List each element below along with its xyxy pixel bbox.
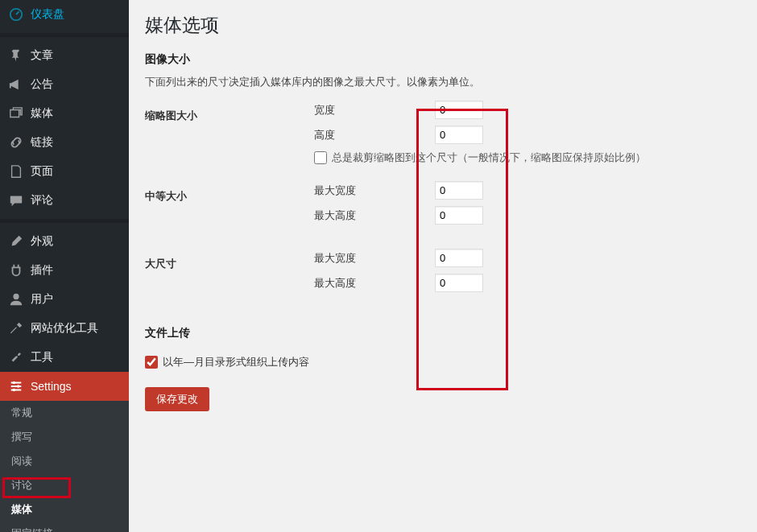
organize-by-date-label: 以年—月目录形式组织上传内容 (163, 355, 309, 369)
sidebar-item-label: 用户 (31, 292, 53, 307)
sidebar-item-label: 媒体 (31, 106, 53, 121)
brush-icon (8, 233, 24, 250)
menu-separator (0, 33, 129, 37)
sidebar-item-label: 仪表盘 (31, 7, 64, 22)
large-max-height-input[interactable] (435, 274, 483, 292)
large-max-width-input[interactable] (435, 249, 483, 267)
sidebar-item-media[interactable]: 媒体 (0, 99, 129, 128)
sidebar-item-label: 工具 (31, 350, 53, 365)
sidebar-item-users[interactable]: 用户 (0, 285, 129, 314)
settings-submenu: 常规 撰写 阅读 讨论 媒体 固定链接 (0, 401, 129, 532)
sidebar-item-posts[interactable]: 文章 (0, 41, 129, 70)
admin-sidebar: 仪表盘 文章 公告 媒体 链接 页面 评论 外观 (0, 0, 129, 532)
large-max-height-label: 最大高度 (314, 276, 435, 291)
comment-icon (8, 192, 24, 208)
menu-separator (0, 219, 129, 223)
svg-point-2 (13, 381, 16, 385)
thumbnail-crop-row[interactable]: 总是裁剪缩略图到这个尺寸（一般情况下，缩略图应保持原始比例） (314, 151, 741, 165)
submenu-item-media[interactable]: 媒体 (0, 497, 129, 522)
thumbnail-width-label: 宽度 (314, 103, 435, 118)
medium-row: 中等大小 最大宽度 最大高度 (145, 181, 741, 247)
thumbnail-row: 缩略图大小 宽度 高度 总是裁剪缩略图到这个尺寸（一般情况下，缩略图应保持原始比… (145, 101, 741, 179)
submenu-item-general[interactable]: 常规 (0, 401, 129, 425)
medium-max-width-input[interactable] (435, 181, 483, 200)
section-image-sizes-heading: 图像大小 (145, 52, 741, 67)
section-upload-heading: 文件上传 (145, 326, 741, 340)
sidebar-item-label: Settings (31, 380, 72, 393)
save-button[interactable]: 保存更改 (145, 387, 209, 411)
medium-label: 中等大小 (145, 181, 314, 204)
svg-point-3 (17, 385, 20, 388)
sidebar-item-label: 评论 (31, 193, 53, 208)
organize-by-date-checkbox[interactable] (145, 356, 158, 369)
wrench-icon (8, 349, 24, 365)
thumbnail-width-input[interactable] (435, 101, 483, 119)
thumbnail-crop-label: 总是裁剪缩略图到这个尺寸（一般情况下，缩略图应保持原始比例） (332, 151, 646, 165)
page-icon (8, 163, 24, 179)
thumbnail-height-label: 高度 (314, 128, 435, 142)
submenu-item-reading[interactable]: 阅读 (0, 449, 129, 473)
thumbnail-label: 缩略图大小 (145, 101, 314, 123)
link-icon (8, 134, 24, 151)
svg-point-1 (13, 294, 19, 299)
medium-max-width-label: 最大宽度 (314, 184, 435, 198)
submenu-item-writing[interactable]: 撰写 (0, 425, 129, 449)
organize-by-date-row[interactable]: 以年—月目录形式组织上传内容 (145, 355, 741, 369)
sidebar-item-pages[interactable]: 页面 (0, 157, 129, 186)
pin-icon (8, 47, 24, 64)
user-icon (8, 291, 24, 307)
sidebar-item-tools[interactable]: 工具 (0, 343, 129, 372)
sidebar-item-label: 链接 (31, 135, 53, 150)
medium-max-height-label: 最大高度 (314, 208, 435, 223)
sidebar-item-label: 公告 (31, 77, 53, 92)
svg-point-4 (13, 389, 16, 392)
sidebar-item-links[interactable]: 链接 (0, 128, 129, 157)
hammer-icon (8, 320, 24, 336)
sliders-icon (8, 378, 24, 394)
sidebar-item-dashboard[interactable]: 仪表盘 (0, 0, 129, 29)
media-icon (8, 105, 24, 122)
submenu-item-discussion[interactable]: 讨论 (0, 473, 129, 497)
sidebar-item-seo-tools[interactable]: 网站优化工具 (0, 314, 129, 343)
medium-max-height-input[interactable] (435, 206, 483, 225)
megaphone-icon (8, 76, 24, 93)
sidebar-item-comments[interactable]: 评论 (0, 186, 129, 215)
sidebar-item-label: 插件 (31, 263, 53, 278)
dashboard-icon (8, 6, 24, 23)
submenu-item-permalinks[interactable]: 固定链接 (0, 522, 129, 532)
sidebar-item-announcements[interactable]: 公告 (0, 70, 129, 99)
sidebar-item-label: 网站优化工具 (31, 321, 98, 336)
thumbnail-height-input[interactable] (435, 126, 483, 144)
sidebar-item-appearance[interactable]: 外观 (0, 227, 129, 256)
content-area: 媒体选项 图像大小 下面列出来的尺寸决定插入媒体库内的图像之最大尺寸。以像素为单… (129, 0, 757, 532)
page-title: 媒体选项 (145, 13, 741, 38)
sidebar-item-label: 外观 (31, 234, 53, 249)
large-max-width-label: 最大宽度 (314, 251, 435, 266)
sidebar-item-settings[interactable]: Settings (0, 372, 129, 401)
thumbnail-crop-checkbox[interactable] (314, 151, 327, 164)
sidebar-item-label: 页面 (31, 164, 53, 179)
large-row: 大尺寸 最大宽度 最大高度 (145, 249, 741, 299)
sidebar-item-label: 文章 (31, 48, 53, 63)
image-sizes-description: 下面列出来的尺寸决定插入媒体库内的图像之最大尺寸。以像素为单位。 (145, 75, 741, 89)
plugin-icon (8, 262, 24, 278)
large-label: 大尺寸 (145, 249, 314, 271)
sidebar-item-plugins[interactable]: 插件 (0, 256, 129, 285)
